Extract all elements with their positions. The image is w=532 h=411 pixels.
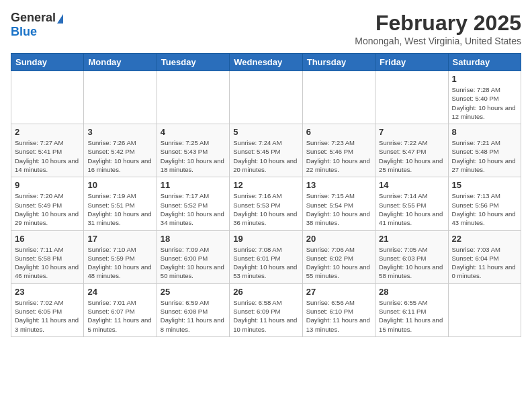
calendar-cell: 11Sunrise: 7:17 AM Sunset: 5:52 PM Dayli… — [157, 177, 229, 230]
day-info: Sunrise: 7:27 AM Sunset: 5:41 PM Dayligh… — [15, 138, 80, 174]
day-number: 24 — [87, 287, 152, 297]
day-info: Sunrise: 7:08 AM Sunset: 6:01 PM Dayligh… — [233, 245, 298, 281]
calendar-cell: 14Sunrise: 7:14 AM Sunset: 5:55 PM Dayli… — [375, 177, 448, 230]
calendar-cell: 20Sunrise: 7:06 AM Sunset: 6:02 PM Dayli… — [302, 230, 375, 283]
day-info: Sunrise: 7:10 AM Sunset: 5:59 PM Dayligh… — [87, 245, 152, 281]
day-info: Sunrise: 7:15 AM Sunset: 5:54 PM Dayligh… — [306, 191, 371, 227]
day-number: 5 — [233, 127, 298, 137]
day-info: Sunrise: 6:59 AM Sunset: 6:08 PM Dayligh… — [161, 298, 226, 334]
day-number: 13 — [306, 180, 371, 190]
calendar-header-thursday: Thursday — [302, 54, 375, 71]
day-info: Sunrise: 7:17 AM Sunset: 5:52 PM Dayligh… — [161, 191, 226, 227]
calendar-cell — [230, 71, 302, 124]
day-info: Sunrise: 7:28 AM Sunset: 5:40 PM Dayligh… — [452, 85, 517, 121]
day-number: 18 — [161, 234, 226, 244]
day-number: 11 — [161, 180, 226, 190]
day-info: Sunrise: 6:58 AM Sunset: 6:09 PM Dayligh… — [233, 298, 298, 334]
day-number: 7 — [379, 127, 444, 137]
location-subtitle: Monongah, West Virginia, United States — [355, 36, 521, 46]
day-number: 25 — [161, 287, 226, 297]
day-info: Sunrise: 7:11 AM Sunset: 5:58 PM Dayligh… — [15, 245, 80, 281]
day-info: Sunrise: 7:21 AM Sunset: 5:48 PM Dayligh… — [452, 138, 517, 174]
calendar-week-row: 23Sunrise: 7:02 AM Sunset: 6:05 PM Dayli… — [11, 283, 521, 336]
calendar-cell: 10Sunrise: 7:19 AM Sunset: 5:51 PM Dayli… — [84, 177, 157, 230]
calendar-header-friday: Friday — [375, 54, 448, 71]
calendar-cell — [84, 71, 157, 124]
calendar-cell — [11, 71, 84, 124]
calendar-header-row: SundayMondayTuesdayWednesdayThursdayFrid… — [11, 54, 521, 71]
logo-general-text: General — [11, 11, 56, 25]
day-number: 12 — [233, 180, 298, 190]
day-info: Sunrise: 7:26 AM Sunset: 5:42 PM Dayligh… — [87, 138, 152, 174]
day-number: 23 — [15, 287, 80, 297]
day-number: 26 — [233, 287, 298, 297]
logo: General Blue — [11, 11, 63, 39]
calendar-week-row: 1Sunrise: 7:28 AM Sunset: 5:40 PM Daylig… — [11, 71, 521, 124]
calendar-cell: 3Sunrise: 7:26 AM Sunset: 5:42 PM Daylig… — [84, 124, 157, 177]
day-info: Sunrise: 7:14 AM Sunset: 5:55 PM Dayligh… — [379, 191, 444, 227]
calendar-header-tuesday: Tuesday — [157, 54, 229, 71]
calendar-cell: 13Sunrise: 7:15 AM Sunset: 5:54 PM Dayli… — [302, 177, 375, 230]
day-info: Sunrise: 7:25 AM Sunset: 5:43 PM Dayligh… — [161, 138, 226, 174]
day-number: 19 — [233, 234, 298, 244]
calendar-cell: 23Sunrise: 7:02 AM Sunset: 6:05 PM Dayli… — [11, 283, 84, 336]
calendar-cell: 18Sunrise: 7:09 AM Sunset: 6:00 PM Dayli… — [157, 230, 229, 283]
day-info: Sunrise: 7:20 AM Sunset: 5:49 PM Dayligh… — [15, 191, 80, 227]
day-number: 15 — [452, 180, 517, 190]
day-number: 27 — [306, 287, 371, 297]
day-number: 2 — [15, 127, 80, 137]
calendar-cell: 2Sunrise: 7:27 AM Sunset: 5:41 PM Daylig… — [11, 124, 84, 177]
calendar-cell: 5Sunrise: 7:24 AM Sunset: 5:45 PM Daylig… — [230, 124, 302, 177]
day-info: Sunrise: 7:06 AM Sunset: 6:02 PM Dayligh… — [306, 245, 371, 281]
day-info: Sunrise: 7:09 AM Sunset: 6:00 PM Dayligh… — [161, 245, 226, 281]
day-number: 1 — [452, 74, 517, 84]
logo-triangle-icon — [57, 14, 63, 24]
day-number: 9 — [15, 180, 80, 190]
calendar-cell: 7Sunrise: 7:22 AM Sunset: 5:47 PM Daylig… — [375, 124, 448, 177]
day-number: 10 — [87, 180, 152, 190]
calendar-cell: 27Sunrise: 6:56 AM Sunset: 6:10 PM Dayli… — [302, 283, 375, 336]
day-info: Sunrise: 7:01 AM Sunset: 6:07 PM Dayligh… — [87, 298, 152, 334]
calendar-cell: 26Sunrise: 6:58 AM Sunset: 6:09 PM Dayli… — [230, 283, 302, 336]
day-number: 3 — [87, 127, 152, 137]
day-info: Sunrise: 7:02 AM Sunset: 6:05 PM Dayligh… — [15, 298, 80, 334]
day-info: Sunrise: 7:23 AM Sunset: 5:46 PM Dayligh… — [306, 138, 371, 174]
calendar-cell: 15Sunrise: 7:13 AM Sunset: 5:56 PM Dayli… — [448, 177, 521, 230]
calendar-header-wednesday: Wednesday — [230, 54, 302, 71]
title-area: February 2025 Monongah, West Virginia, U… — [355, 11, 521, 46]
day-number: 28 — [379, 287, 444, 297]
calendar-cell: 1Sunrise: 7:28 AM Sunset: 5:40 PM Daylig… — [448, 71, 521, 124]
calendar-header-saturday: Saturday — [448, 54, 521, 71]
day-info: Sunrise: 7:03 AM Sunset: 6:04 PM Dayligh… — [452, 245, 517, 281]
calendar-cell: 6Sunrise: 7:23 AM Sunset: 5:46 PM Daylig… — [302, 124, 375, 177]
calendar-header-sunday: Sunday — [11, 54, 84, 71]
calendar-cell — [157, 71, 229, 124]
calendar-week-row: 2Sunrise: 7:27 AM Sunset: 5:41 PM Daylig… — [11, 124, 521, 177]
day-info: Sunrise: 7:13 AM Sunset: 5:56 PM Dayligh… — [452, 191, 517, 227]
month-year-title: February 2025 — [355, 11, 521, 36]
day-number: 4 — [161, 127, 226, 137]
calendar-cell: 4Sunrise: 7:25 AM Sunset: 5:43 PM Daylig… — [157, 124, 229, 177]
logo-blue-text: Blue — [11, 25, 37, 39]
calendar-cell: 8Sunrise: 7:21 AM Sunset: 5:48 PM Daylig… — [448, 124, 521, 177]
day-number: 22 — [452, 234, 517, 244]
calendar-cell: 16Sunrise: 7:11 AM Sunset: 5:58 PM Dayli… — [11, 230, 84, 283]
day-number: 21 — [379, 234, 444, 244]
day-info: Sunrise: 7:24 AM Sunset: 5:45 PM Dayligh… — [233, 138, 298, 174]
calendar-cell: 9Sunrise: 7:20 AM Sunset: 5:49 PM Daylig… — [11, 177, 84, 230]
calendar-cell — [448, 283, 521, 336]
day-info: Sunrise: 6:55 AM Sunset: 6:11 PM Dayligh… — [379, 298, 444, 334]
calendar-header-monday: Monday — [84, 54, 157, 71]
day-number: 20 — [306, 234, 371, 244]
calendar-cell: 25Sunrise: 6:59 AM Sunset: 6:08 PM Dayli… — [157, 283, 229, 336]
day-info: Sunrise: 7:05 AM Sunset: 6:03 PM Dayligh… — [379, 245, 444, 281]
calendar-cell: 21Sunrise: 7:05 AM Sunset: 6:03 PM Dayli… — [375, 230, 448, 283]
calendar-cell: 24Sunrise: 7:01 AM Sunset: 6:07 PM Dayli… — [84, 283, 157, 336]
calendar-week-row: 16Sunrise: 7:11 AM Sunset: 5:58 PM Dayli… — [11, 230, 521, 283]
calendar-cell: 28Sunrise: 6:55 AM Sunset: 6:11 PM Dayli… — [375, 283, 448, 336]
day-number: 6 — [306, 127, 371, 137]
calendar-table: SundayMondayTuesdayWednesdayThursdayFrid… — [11, 53, 521, 337]
day-info: Sunrise: 7:16 AM Sunset: 5:53 PM Dayligh… — [233, 191, 298, 227]
day-number: 14 — [379, 180, 444, 190]
day-number: 8 — [452, 127, 517, 137]
